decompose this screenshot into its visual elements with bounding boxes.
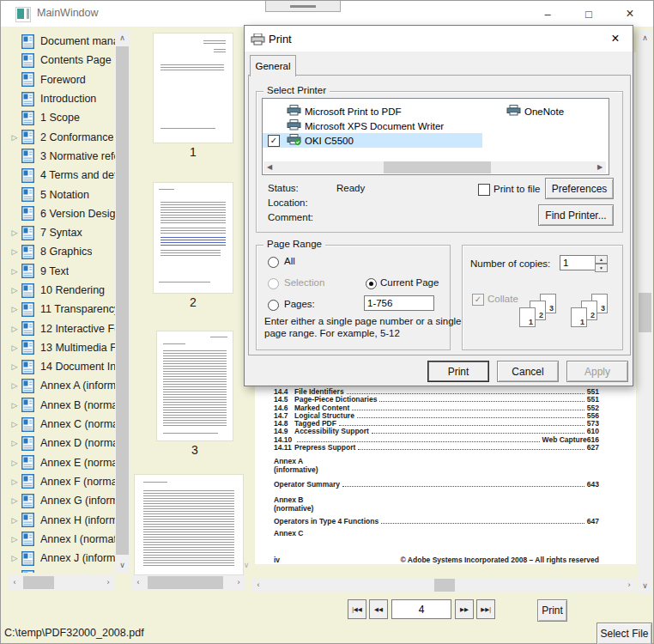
tree-horizontal-scrollbar[interactable]: ‹ ›: [8, 575, 115, 590]
tree-item[interactable]: 3 Normative refere: [8, 147, 115, 166]
pages-range-input[interactable]: [364, 295, 434, 311]
scroll-left-icon[interactable]: ‹: [8, 575, 21, 590]
thumbnail-scroll-down-icon[interactable]: ∨: [240, 559, 252, 571]
page-thumbnail-1[interactable]: [154, 33, 233, 143]
tree-item[interactable]: 6 Version Designat: [8, 204, 115, 223]
tree-item[interactable]: ▷Annex E (normativ: [8, 453, 115, 472]
document-vertical-scrollbar[interactable]: ∧ ∨: [638, 31, 652, 593]
expander-icon[interactable]: ▷: [8, 401, 21, 410]
window-grip[interactable]: [265, 1, 341, 12]
dialog-apply-button[interactable]: Apply: [566, 361, 628, 382]
expander-icon[interactable]: ▷: [8, 381, 21, 390]
scroll-left-icon[interactable]: ‹: [251, 578, 265, 592]
scroll-right-icon[interactable]: ›: [101, 575, 115, 590]
scrollbar-thumb[interactable]: [639, 293, 651, 332]
printer-item[interactable]: Microsoft Print to PDF: [263, 104, 482, 118]
print-to-file-checkbox[interactable]: [478, 184, 490, 196]
expander-icon[interactable]: ▷: [8, 286, 21, 295]
printer-list-scrollbar[interactable]: ◀ ▶: [263, 161, 606, 173]
tree-item[interactable]: ▷11 Transparency: [8, 300, 115, 319]
tree-item[interactable]: ▷Annex G (informati: [8, 491, 115, 510]
tree-item[interactable]: ▷Annex J (informativ: [8, 549, 115, 568]
expander-icon[interactable]: ▷: [8, 133, 21, 142]
tree-item[interactable]: 5 Notation: [8, 185, 115, 204]
document-horizontal-scrollbar[interactable]: ‹ ›: [251, 578, 636, 592]
printer-item[interactable]: Microsoft XPS Document Writer: [263, 118, 482, 133]
radio-pages[interactable]: [268, 300, 279, 311]
tree-item[interactable]: Document manage: [8, 32, 115, 51]
tree-item[interactable]: ▷12 Interactive Feat: [8, 319, 115, 337]
scroll-right-icon[interactable]: ▶: [594, 161, 606, 173]
dialog-close-icon[interactable]: ×: [605, 28, 626, 49]
scroll-up-icon[interactable]: ∧: [638, 31, 652, 46]
expander-icon[interactable]: ▷: [8, 343, 21, 352]
tree-item[interactable]: ▷Annex C (normativ: [8, 415, 115, 434]
tree-item[interactable]: ▷Annex B (normativ: [8, 396, 115, 415]
close-button[interactable]: ×: [610, 1, 650, 27]
first-page-button[interactable]: |◀◀: [348, 599, 366, 619]
print-button[interactable]: Print: [537, 599, 567, 622]
tree-item[interactable]: ▷Annex I (normative: [8, 530, 115, 549]
tree-vertical-scrollbar[interactable]: ∧ ∨: [115, 31, 130, 573]
tree-item[interactable]: ▷Annex A (informati: [8, 376, 115, 395]
tree-item[interactable]: ▷7 Syntax: [8, 223, 115, 242]
radio-all[interactable]: [268, 257, 279, 268]
tree-item[interactable]: Introduction: [8, 89, 115, 108]
scroll-up-icon[interactable]: ∧: [115, 31, 130, 46]
scroll-right-icon[interactable]: ›: [622, 578, 636, 592]
tree-item[interactable]: ▷9 Text: [8, 262, 115, 281]
page-number-input[interactable]: [391, 599, 451, 619]
expander-icon[interactable]: ▷: [8, 247, 21, 256]
find-printer-button[interactable]: Find Printer...: [538, 204, 614, 226]
expander-icon[interactable]: ▷: [8, 325, 21, 333]
maximize-button[interactable]: □: [569, 1, 609, 27]
tree-item[interactable]: ▷Annex F (normativ: [8, 472, 115, 491]
scrollbar-thumb[interactable]: [434, 579, 455, 592]
copies-input[interactable]: [560, 255, 597, 270]
copies-spin-up-icon[interactable]: ▲: [595, 255, 608, 264]
expander-icon[interactable]: ▷: [8, 516, 21, 525]
scroll-down-icon[interactable]: ∨: [638, 579, 652, 593]
expander-icon[interactable]: ▷: [8, 554, 21, 562]
scroll-right-icon[interactable]: ›: [232, 575, 245, 590]
select-file-button[interactable]: Select File: [596, 623, 652, 644]
tree-item[interactable]: 1 Scope: [8, 108, 115, 127]
copies-spin-down-icon[interactable]: ▼: [595, 264, 608, 272]
radio-selection[interactable]: [268, 278, 279, 289]
expander-icon[interactable]: ▷: [8, 439, 21, 447]
expander-icon[interactable]: ▷: [8, 267, 21, 276]
page-thumbnail-3[interactable]: [157, 331, 233, 440]
expander-icon[interactable]: ▷: [8, 420, 21, 428]
radio-current-page[interactable]: [366, 278, 377, 289]
scrollbar-thumb[interactable]: [116, 46, 129, 555]
expander-icon[interactable]: ▷: [8, 362, 21, 371]
last-page-button[interactable]: ▶▶|: [476, 599, 495, 619]
scroll-left-icon[interactable]: ◀: [263, 161, 276, 173]
tree-item[interactable]: ▷Annex K (informati: [8, 568, 115, 573]
next-page-button[interactable]: ▶▶: [455, 599, 474, 619]
expander-icon[interactable]: ▷: [8, 535, 21, 544]
tab-general[interactable]: General: [250, 55, 296, 76]
printer-checkbox[interactable]: ✓: [268, 135, 280, 147]
scrollbar-thumb[interactable]: [23, 576, 54, 589]
tree-item[interactable]: ▷10 Rendering: [8, 281, 115, 300]
expander-icon[interactable]: ▷: [8, 228, 21, 237]
page-thumbnail-2[interactable]: [154, 183, 233, 293]
dialog-cancel-button[interactable]: Cancel: [497, 361, 559, 382]
dialog-print-button[interactable]: Print: [427, 361, 489, 382]
scrollbar-thumb[interactable]: [384, 161, 491, 173]
printer-item[interactable]: OneNote: [482, 104, 607, 118]
tree-item[interactable]: ▷14 Document Inter: [8, 357, 115, 376]
thumbnail-horizontal-scrollbar[interactable]: ‹ ›: [131, 575, 245, 590]
expander-icon[interactable]: ▷: [8, 459, 21, 467]
tree-item[interactable]: ▷13 Multimedia Fea: [8, 338, 115, 357]
tree-item[interactable]: Foreword: [8, 70, 115, 89]
expander-icon[interactable]: ▷: [8, 496, 21, 505]
scroll-left-icon[interactable]: ‹: [131, 575, 145, 590]
previous-page-button[interactable]: ◀◀: [369, 599, 388, 619]
tree-item[interactable]: ▷2 Conformance: [8, 127, 115, 146]
scroll-down-icon[interactable]: ∨: [115, 558, 130, 573]
collate-checkbox[interactable]: ✓: [472, 294, 484, 306]
minimize-button[interactable]: –: [528, 1, 567, 27]
expander-icon[interactable]: ▷: [8, 305, 21, 313]
